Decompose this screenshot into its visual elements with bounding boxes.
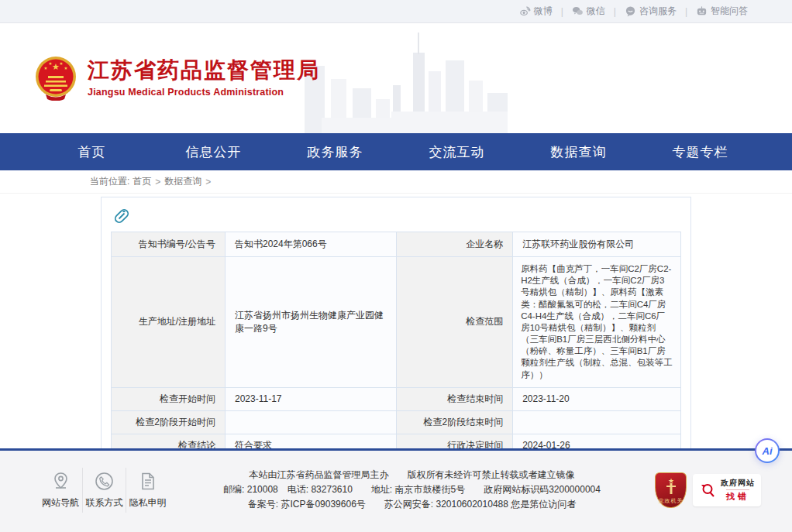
topbar: 微博 | 微信 | 咨询服务 | 智能问答 [0,0,792,23]
breadcrumb-home-link[interactable]: 首页 [133,175,151,188]
nav-item-info-disclosure[interactable]: 信息公开 [153,143,274,161]
inspection-record-table: 告知书编号/公告号 告知书2024年第066号 企业名称 江苏联环药业股份有限公… [111,232,681,481]
table-row: 生产地址/注册地址 江苏省扬州市扬州生物健康产业园健康一路9号 检查范围 原料药… [112,257,681,388]
chat-bubble-icon [625,5,636,17]
field-value-phase2-end [513,410,681,434]
nav-item-data-query[interactable]: 数据查询 [518,143,639,161]
city-skyline-decoration [298,31,515,133]
privacy-doc-icon [137,471,158,492]
wechat-link[interactable]: 微信 [572,5,605,18]
site-map-link[interactable]: 网站导航 [39,468,82,513]
nav-item-home[interactable]: 首页 [31,143,153,161]
svg-text:★: ★ [60,61,64,66]
ai-assistant-button[interactable]: Ai [755,438,780,463]
site-subtitle: Jiangsu Medical Products Administration [88,87,320,98]
party-gov-emblem-icon: ★ [663,476,679,496]
smart-qa-link[interactable]: 智能问答 [696,5,748,18]
nav-item-gov-services[interactable]: 政务服务 [274,143,396,161]
field-value-phase2-start [226,410,397,434]
field-value-end-date: 2023-11-20 [513,387,681,410]
footer-badges: ★ 党政机关 政府网站 找错 [655,472,761,508]
svg-text:★: ★ [49,61,53,66]
field-label-notice-number: 告知书编号/公告号 [112,232,226,257]
topbar-links: 微博 | 微信 | 咨询服务 | 智能问答 [519,5,748,18]
divider: | [614,6,616,17]
table-row: 检查开始时间 2023-11-17 检查结束时间 2023-11-20 [112,387,681,410]
footer-line-contact: 邮编: 210008 电话: 83273610 地址: 南京市鼓楼街5号 政府网… [169,482,655,497]
breadcrumb-prefix: 当前位置: [90,175,129,188]
site-logo: ★ ★ ★ ★ ★ 江苏省药品监督管理局 Jiangsu Medical Pro… [35,56,320,101]
field-value-notice-number: 告知书2024年第066号 [226,232,397,257]
field-label-inspection-scope: 检查范围 [396,257,513,388]
site-header: ★ ★ ★ ★ ★ 江苏省药品监督管理局 Jiangsu Medical Pro… [0,23,792,133]
field-label-start-date: 检查开始时间 [112,387,226,410]
footer-line-icp: 备案号: 苏ICP备09039606号 苏公网安备: 3201060201048… [169,497,655,512]
footer-line-host: 本站由江苏省药品监督管理局主办 版权所有未经许可禁止转载或者建立镜像 [169,468,655,482]
field-value-company-name: 江苏联环药业股份有限公司 [513,232,681,257]
breadcrumb-data-query-link[interactable]: 数据查询 [164,175,201,188]
svg-text:★: ★ [64,66,68,70]
field-value-start-date: 2023-11-17 [226,387,397,410]
phone-icon [94,471,115,492]
breadcrumb-arrow: > [155,177,160,187]
wechat-icon [572,5,584,17]
weibo-icon [519,5,531,17]
field-label-phase2-end: 检查2阶段结束时间 [396,410,513,434]
svg-text:★: ★ [44,66,48,70]
divider: | [561,6,563,17]
magnifier-icon [699,482,716,499]
field-value-inspection-scope: 原料药【曲克芦丁，一车间C2厂房C2-H2生产线（合成），一车间C2厂房3号精烘… [513,257,681,388]
robot-icon [696,5,708,17]
nav-item-special-topics[interactable]: 专题专栏 [639,143,761,161]
main-nav: 首页 信息公开 政务服务 交流互动 数据查询 专题专栏 [0,133,792,170]
contact-link[interactable]: 联系方式 [82,468,126,513]
main-content: 告知书编号/公告号 告知书2024年第066号 企业名称 江苏联环药业股份有限公… [0,197,792,448]
footer: Ai 网站导航 联系方式 [0,448,792,532]
field-label-phase2-start: 检查2阶段开始时间 [112,410,226,434]
field-label-end-date: 检查结束时间 [396,387,513,410]
breadcrumb-arrow: > [205,177,211,187]
table-row: 检查2阶段开始时间 检查2阶段结束时间 [112,410,681,434]
party-gov-badge[interactable]: ★ 党政机关 [655,472,687,508]
gov-site-error-report-badge[interactable]: 政府网站 找错 [693,474,761,506]
location-pin-icon [50,471,71,492]
site-title: 江苏省药品监督管理局 [88,59,320,83]
consult-service-link[interactable]: 咨询服务 [625,5,677,18]
footer-copyright: 本站由江苏省药品监督管理局主办 版权所有未经许可禁止转载或者建立镜像 邮编: 2… [169,468,655,512]
pill-icon [112,207,131,225]
field-label-address: 生产地址/注册地址 [112,257,226,388]
divider: | [685,6,687,17]
field-label-company-name: 企业名称 [396,232,513,257]
breadcrumb: 当前位置: 首页 > 数据查询 > [0,170,792,194]
field-value-address: 江苏省扬州市扬州生物健康产业园健康一路9号 [226,257,397,388]
national-emblem-icon: ★ ★ ★ ★ ★ [35,56,77,101]
table-row: 告知书编号/公告号 告知书2024年第066号 企业名称 江苏联环药业股份有限公… [112,232,681,257]
nav-item-interaction[interactable]: 交流互动 [396,143,518,161]
weibo-link[interactable]: 微博 [519,5,553,18]
privacy-statement-link[interactable]: 隐私申明 [126,468,169,513]
footer-quick-links: 网站导航 联系方式 隐私申明 [39,468,169,513]
